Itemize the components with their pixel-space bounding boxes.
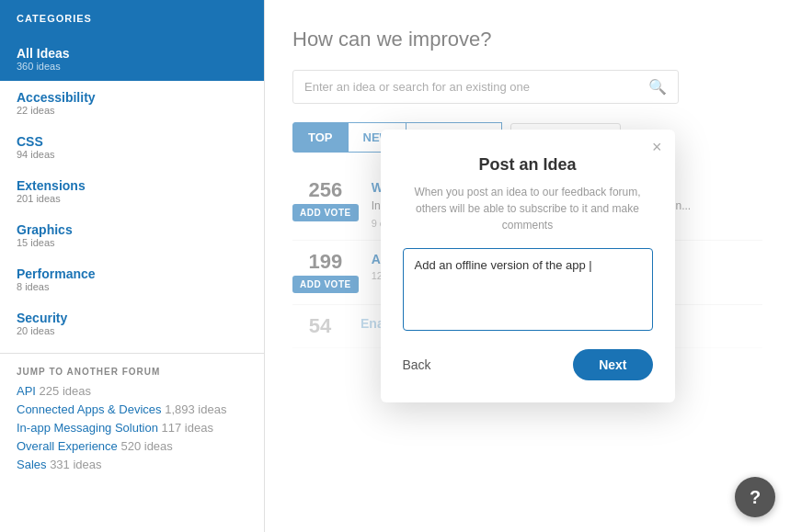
sidebar-item-label: Extensions	[17, 178, 247, 193]
modal-subtitle: When you post an idea to our feedback fo…	[403, 184, 653, 233]
sidebar-item-security[interactable]: Security20 ideas	[0, 301, 264, 345]
sidebar-item-performance[interactable]: Performance8 ideas	[0, 257, 264, 301]
jump-section-header: JUMP TO ANOTHER FORUM	[17, 367, 247, 377]
modal: × Post an Idea When you post an idea to …	[381, 130, 675, 402]
jump-link[interactable]: API 225 ideas	[17, 384, 247, 398]
sidebar-item-count: 8 ideas	[17, 281, 247, 292]
sidebar-item-css[interactable]: CSS94 ideas	[0, 125, 264, 169]
jump-link[interactable]: Overall Experience 520 ideas	[17, 439, 247, 453]
sidebar-item-count: 15 ideas	[17, 237, 247, 248]
jump-link[interactable]: In-app Messaging Solution 117 ideas	[17, 421, 247, 435]
jump-link-count: 1,893 ideas	[165, 402, 226, 416]
jump-link[interactable]: Sales 331 ideas	[17, 458, 247, 471]
sidebar-items: All Ideas360 ideasAccessibility22 ideasC…	[0, 37, 264, 345]
main-content: How can we improve? 🔍 TOPNEWHOT IDEASSTA…	[264, 0, 790, 532]
sidebar-item-count: 360 ideas	[17, 61, 247, 72]
sidebar: CATEGORIES All Ideas360 ideasAccessibili…	[0, 0, 264, 532]
modal-title: Post an Idea	[403, 155, 653, 175]
sidebar-item-label: Accessibility	[17, 90, 247, 105]
sidebar-item-graphics[interactable]: Graphics15 ideas	[0, 213, 264, 257]
jump-link-count: 331 ideas	[50, 458, 101, 471]
sidebar-item-label: Graphics	[17, 222, 247, 237]
jump-link[interactable]: Connected Apps & Devices 1,893 ideas	[17, 402, 247, 416]
sidebar-item-label: All Ideas	[17, 46, 247, 61]
sidebar-item-label: Performance	[17, 266, 247, 281]
sidebar-item-count: 22 ideas	[17, 105, 247, 116]
sidebar-item-count: 20 ideas	[17, 325, 247, 336]
sidebar-item-accessibility[interactable]: Accessibility22 ideas	[0, 81, 264, 125]
sidebar-item-all-ideas[interactable]: All Ideas360 ideas	[0, 37, 264, 81]
modal-next-button[interactable]: Next	[573, 349, 652, 380]
jump-link-count: 117 ideas	[162, 421, 213, 435]
categories-header: CATEGORIES	[0, 0, 264, 37]
jump-link-count: 225 ideas	[40, 384, 91, 398]
modal-close-button[interactable]: ×	[652, 139, 662, 155]
page-wrapper: CATEGORIES All Ideas360 ideasAccessibili…	[0, 0, 790, 532]
sidebar-item-label: CSS	[17, 134, 247, 149]
jump-link-count: 520 ideas	[120, 439, 172, 453]
modal-overlay: × Post an Idea When you post an idea to …	[265, 0, 790, 532]
sidebar-item-count: 94 ideas	[17, 149, 247, 160]
sidebar-item-extensions[interactable]: Extensions201 ideas	[0, 169, 264, 213]
modal-back-button[interactable]: Back	[403, 357, 431, 372]
help-button[interactable]: ?	[735, 477, 775, 517]
modal-idea-textarea[interactable]	[403, 248, 653, 331]
modal-actions: Back Next	[403, 349, 653, 380]
jump-section: JUMP TO ANOTHER FORUM API 225 ideasConne…	[0, 353, 264, 489]
sidebar-item-count: 201 ideas	[17, 193, 247, 204]
sidebar-item-label: Security	[17, 311, 247, 325]
